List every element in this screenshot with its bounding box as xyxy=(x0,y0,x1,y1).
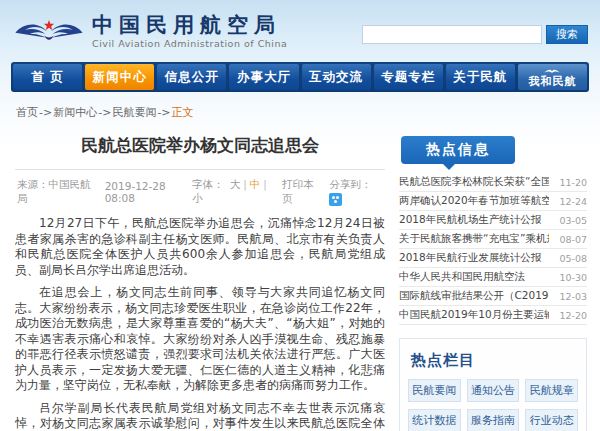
nav-item[interactable]: 关于民航 xyxy=(446,64,515,90)
hot-news-item-date: 12-24 xyxy=(559,196,587,207)
share-label: 分享到： xyxy=(329,178,371,190)
breadcrumb-trail: 首页->新闻中心->民航要闻-> xyxy=(16,106,172,119)
font-size-control: 字体：大|中|小 xyxy=(192,178,273,206)
search-button[interactable]: 搜索 xyxy=(546,25,588,44)
hot-news-item-date: 10-30 xyxy=(559,272,587,283)
hot-news-item-title: 2018年民航行业发展统计公报 xyxy=(399,251,549,265)
site-header: 中国民用航空局 Civil Aviation Administration of… xyxy=(0,0,600,58)
hot-news-item[interactable]: 中国民航2019年10月份主要运输生... 12-20 xyxy=(399,306,587,325)
hot-news-tab[interactable]: 热点信息 xyxy=(401,136,515,164)
breadcrumb-item-label: 首页 xyxy=(16,106,38,119)
hot-column-link[interactable]: 通知公告 xyxy=(467,379,520,402)
print-button[interactable]: 打印本页 xyxy=(282,178,321,206)
nav-item-label: 办事大厅 xyxy=(237,71,291,84)
hot-news-item-title: 两岸确认2020年春节加班等航空运输... xyxy=(399,194,549,208)
hot-news-item-date: 05-08 xyxy=(559,253,587,264)
hot-news-item[interactable]: 两岸确认2020年春节加班等航空运输... 12-24 xyxy=(399,192,587,211)
breadcrumb: 首页->新闻中心->民航要闻->正文 xyxy=(0,92,600,128)
article-paragraph: 12月27日下午，民航总医院举办追思会，沉痛悼念12月24日被患者家属杀害的急诊… xyxy=(15,216,385,278)
hot-news-item[interactable]: 2018年民航行业发展统计公报 05-08 xyxy=(399,249,587,268)
nav-item-label: 互动交流 xyxy=(309,71,363,84)
nav-item-label: 我和民航 xyxy=(528,76,576,87)
article-paragraph: 吕尔学副局长代表民航局党组对杨文同志不幸去世表示沉痛哀悼，对杨文同志家属表示诚挚… xyxy=(15,401,385,431)
nav-item-label: 首 页 xyxy=(31,71,63,84)
breadcrumb-item[interactable]: 首页-> xyxy=(16,106,53,119)
site-subtitle: Civil Aviation Administration of China xyxy=(92,39,287,49)
hot-news-item-date: 11-20 xyxy=(559,177,587,188)
nav-item[interactable]: 我和民航 xyxy=(518,64,587,90)
hot-news-item-title: 中华人民共和国民用航空法 xyxy=(399,270,549,284)
nav-item[interactable]: 专题专栏 xyxy=(374,64,443,90)
nav-item[interactable]: 信息公开 xyxy=(157,64,226,90)
nav-item-label: 专题专栏 xyxy=(381,71,435,84)
search-input[interactable] xyxy=(362,25,542,44)
hot-column-link[interactable]: 民航规章 xyxy=(525,379,578,402)
hot-news-item-title: 民航总医院李松林院长荣获“全国优秀院... xyxy=(399,175,549,189)
breadcrumb-item-label: 新闻中心 xyxy=(53,106,97,119)
hot-news-item[interactable]: 中华人民共和国民用航空法 10-30 xyxy=(399,268,587,287)
hot-columns-grid: 民航要闻通知公告民航规章统计数据服务指南行业动态政策解读航旅指南热点专题 xyxy=(408,379,578,431)
font-size-separator: | xyxy=(263,178,267,190)
article-body: 12月27日下午，民航总医院举办追思会，沉痛悼念12月24日被患者家属杀害的急诊… xyxy=(15,212,385,431)
search-area: 搜索 xyxy=(362,25,588,44)
hot-columns-box: 热点栏目 民航要闻通知公告民航规章统计数据服务指南行业动态政策解读航旅指南热点专… xyxy=(399,338,587,431)
article-datetime: 2019-12-28 08:08 xyxy=(105,180,192,204)
article: 民航总医院举办杨文同志追思会 来源：中国民航局 2019-12-28 08:08… xyxy=(11,128,389,431)
caac-wings-icon xyxy=(14,13,84,51)
nav-item[interactable]: 首 页 xyxy=(13,64,82,90)
hot-column-link[interactable]: 民航要闻 xyxy=(408,379,461,402)
site-title: 中国民用航空局 xyxy=(92,14,287,37)
font-size-option[interactable]: |中 xyxy=(240,178,260,190)
hot-news-item-date: 12-03 xyxy=(559,291,587,302)
logo[interactable]: 中国民用航空局 Civil Aviation Administration of… xyxy=(14,13,287,51)
nav-item[interactable]: 新闻中心 xyxy=(85,64,154,90)
nav-wings-icon xyxy=(544,68,560,75)
hot-news-list: 民航总医院李松林院长荣获“全国优秀院... 11-20 两岸确认2020年春节加… xyxy=(399,173,587,325)
nav-item-label: 新闻中心 xyxy=(93,71,147,84)
font-size-label: 字体： xyxy=(192,178,224,190)
share-icon[interactable] xyxy=(329,193,342,206)
breadcrumb-item[interactable]: 民航要闻-> xyxy=(112,106,171,119)
article-source: 来源：中国民航局 xyxy=(17,178,95,206)
hot-column-link[interactable]: 行业动态 xyxy=(525,409,578,431)
breadcrumb-current: 正文 xyxy=(172,106,194,119)
breadcrumb-item[interactable]: 新闻中心-> xyxy=(53,106,112,119)
hot-news-item-title: 2018年民航机场生产统计公报 xyxy=(399,213,549,227)
font-size-option-label: 小 xyxy=(192,192,203,204)
article-title: 民航总医院举办杨文同志追思会 xyxy=(15,128,385,169)
share-control: 分享到： xyxy=(329,178,383,206)
main-content: 民航总医院举办杨文同志追思会 来源：中国民航局 2019-12-28 08:08… xyxy=(0,128,600,431)
hot-news-item-title: 国际航线审批结果公开（C201901... xyxy=(399,289,549,303)
hot-column-link[interactable]: 服务指南 xyxy=(467,409,520,431)
sidebar: 热点信息 民航总医院李松林院长荣获“全国优秀院... 11-20 两岸确认202… xyxy=(389,128,589,431)
article-meta: 来源：中国民航局 2019-12-28 08:08 字体：大|中|小 打印本页 … xyxy=(15,170,385,212)
breadcrumb-item-label: 民航要闻 xyxy=(112,106,156,119)
article-paragraph: 在追思会上，杨文同志生前同事、领导与大家共同追忆杨文同志。大家纷纷表示，杨文同志… xyxy=(15,285,385,394)
breadcrumb-separator: -> xyxy=(39,106,52,119)
hot-news-item[interactable]: 国际航线审批结果公开（C201901... 12-03 xyxy=(399,287,587,306)
hot-news-item-date: 08-07 xyxy=(559,234,587,245)
font-size-separator: | xyxy=(243,178,247,190)
hot-news-item-date: 03-05 xyxy=(559,215,587,226)
main-nav: 首 页 新闻中心 信息公开 办事大厅 互动交流 xyxy=(11,62,589,92)
nav-item[interactable]: 办事大厅 xyxy=(229,64,298,90)
hot-columns-title: 热点栏目 xyxy=(411,351,578,370)
nav-item-label: 信息公开 xyxy=(165,71,219,84)
hot-news-item[interactable]: 民航总医院李松林院长荣获“全国优秀院... 11-20 xyxy=(399,173,587,192)
breadcrumb-separator: -> xyxy=(157,106,170,119)
nav-item[interactable]: 互动交流 xyxy=(302,64,371,90)
nav-item-label: 关于民航 xyxy=(453,71,507,84)
font-size-option-label: 大 xyxy=(230,178,241,190)
hot-news-item[interactable]: 关于民航旅客携带“充电宝”乘机规定的... 08-07 xyxy=(399,230,587,249)
font-size-option-label: 中 xyxy=(250,178,261,190)
hot-news-item-title: 关于民航旅客携带“充电宝”乘机规定的... xyxy=(399,232,549,246)
hot-news-item[interactable]: 2018年民航机场生产统计公报 03-05 xyxy=(399,211,587,230)
hot-news-item-title: 中国民航2019年10月份主要运输生... xyxy=(399,308,549,322)
hot-column-link[interactable]: 统计数据 xyxy=(408,409,461,431)
hot-news-item-date: 12-20 xyxy=(559,310,587,321)
breadcrumb-separator: -> xyxy=(98,106,111,119)
font-size-option[interactable]: 大 xyxy=(224,178,241,190)
